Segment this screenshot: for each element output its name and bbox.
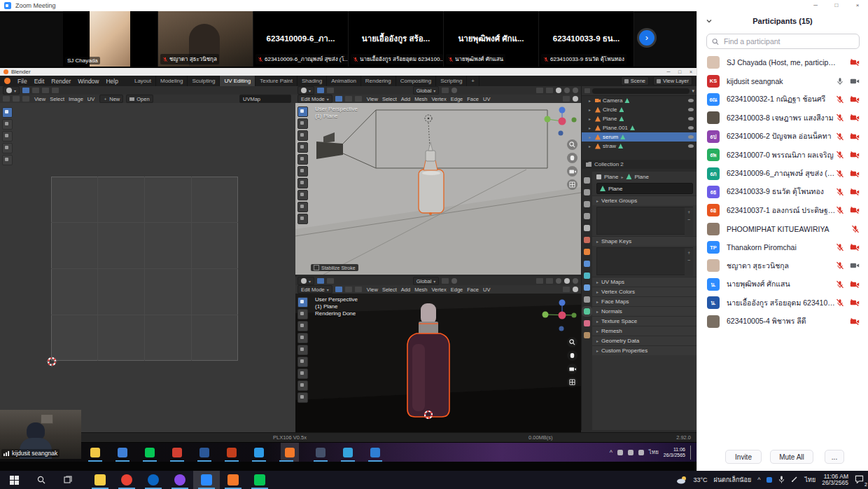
stabilize-stroke-option[interactable]: Stabilize Stroke bbox=[311, 264, 358, 271]
workspace-tab[interactable]: Scripting bbox=[436, 76, 467, 86]
tool-add-cube[interactable] bbox=[298, 202, 308, 212]
collapse-chevron-icon[interactable] bbox=[706, 18, 713, 25]
workspace-tab[interactable]: Shading bbox=[298, 76, 327, 86]
minimize-button[interactable]: ─ bbox=[805, 0, 826, 11]
snap-magnet-icon[interactable] bbox=[442, 88, 449, 93]
viewport-menu[interactable]: Vertex bbox=[429, 96, 448, 102]
uv-editor-canvas[interactable] bbox=[0, 103, 296, 432]
network-tray-icon[interactable] bbox=[638, 450, 644, 455]
properties-tab[interactable] bbox=[584, 237, 590, 243]
participant-row[interactable]: SJ Chayada (Host, me, participant ID: 14… bbox=[697, 53, 868, 71]
open-image-button[interactable]: Open bbox=[126, 95, 153, 103]
shading-solid-icon[interactable] bbox=[556, 278, 561, 284]
taskbar-app-blender[interactable] bbox=[220, 471, 246, 489]
viewport-menu[interactable]: UV bbox=[481, 96, 492, 102]
video-tile[interactable]: SJ Chayada bbox=[63, 11, 158, 67]
outliner-item[interactable]: ▸ Camera bbox=[582, 96, 697, 105]
tool-transform[interactable] bbox=[298, 357, 308, 367]
pen-tray-icon[interactable] bbox=[791, 476, 798, 484]
visibility-icon[interactable] bbox=[688, 135, 694, 139]
proportional-editing-icon[interactable] bbox=[451, 278, 457, 284]
start-button[interactable] bbox=[0, 471, 28, 489]
tool-option-icon[interactable] bbox=[52, 88, 59, 93]
mode-dropdown[interactable]: Edit Mode▾ bbox=[298, 95, 332, 103]
properties-tab[interactable] bbox=[584, 189, 590, 195]
viewport-menu[interactable]: Mesh bbox=[412, 287, 429, 293]
participant-row[interactable]: 6ณ 6234100032-1 กณิฏฐา ช้อนศรี bbox=[697, 90, 868, 109]
shading-material-icon[interactable] bbox=[564, 278, 570, 284]
taskbar-app-edge[interactable] bbox=[140, 471, 167, 489]
tool-move[interactable] bbox=[2, 131, 13, 142]
visibility-icon[interactable] bbox=[688, 126, 694, 130]
taskbar-app-file-explorer[interactable] bbox=[87, 471, 113, 489]
taskbar-app-photos[interactable] bbox=[167, 471, 193, 489]
weather-desc[interactable]: ฝนตกเล็กน้อย bbox=[714, 475, 752, 485]
show-desktop-button[interactable] bbox=[690, 446, 694, 460]
outliner-item[interactable]: ▸ straw bbox=[582, 142, 697, 151]
uv-select-edge-icon[interactable] bbox=[13, 96, 20, 102]
action-center-button[interactable]: 2 bbox=[855, 475, 864, 485]
grid-perspective-icon[interactable] bbox=[567, 377, 578, 387]
properties-tab[interactable] bbox=[584, 249, 590, 255]
search-input[interactable] bbox=[722, 36, 854, 46]
select-mode-edge-icon[interactable] bbox=[345, 287, 352, 292]
outliner-item[interactable]: ▸ serum bbox=[582, 132, 697, 142]
gizmo-toggle-icon[interactable] bbox=[536, 278, 543, 284]
participant-row[interactable]: ชญาดา สุธะวนิชกุล bbox=[697, 256, 868, 275]
participant-row[interactable]: TP Thanakorn Piromchai bbox=[697, 238, 868, 256]
grid-perspective-icon[interactable] bbox=[567, 179, 578, 190]
transform-orientation-dropdown[interactable]: Global▾ bbox=[413, 277, 440, 285]
properties-tab[interactable] bbox=[584, 308, 590, 315]
panel-header[interactable]: ▸Vertex Groups bbox=[592, 195, 697, 205]
tool-add-cube[interactable] bbox=[298, 392, 308, 403]
pan-hand-icon[interactable] bbox=[567, 153, 578, 163]
panel-header[interactable]: ▸Face Maps bbox=[592, 296, 697, 306]
zoom-icon[interactable] bbox=[567, 337, 578, 347]
mode-dropdown[interactable]: Edit Mode▾ bbox=[298, 285, 332, 294]
select-mode-vertex-icon[interactable] bbox=[335, 96, 342, 102]
workspace-tab[interactable]: Texture Paint bbox=[255, 76, 298, 86]
select-mode-vertex-icon[interactable] bbox=[335, 287, 342, 292]
menubar-item[interactable]: Render bbox=[48, 78, 74, 85]
tool-rotate[interactable] bbox=[298, 333, 308, 343]
panel-list-box[interactable]: ＋− bbox=[596, 207, 693, 235]
remove-item-button[interactable]: − bbox=[687, 258, 690, 263]
tool-scale[interactable] bbox=[2, 155, 13, 165]
viewport-menu[interactable]: Edge bbox=[449, 287, 465, 293]
tool-extrude[interactable] bbox=[298, 214, 308, 224]
tool-measure[interactable] bbox=[298, 190, 308, 200]
next-videos-button[interactable]: › bbox=[639, 30, 654, 46]
clock[interactable]: 11:06 AM 26/3/2565 bbox=[822, 474, 848, 487]
blender-minimize-button[interactable]: ─ bbox=[663, 69, 674, 74]
pan-hand-icon[interactable] bbox=[567, 350, 578, 361]
tool-rotate[interactable] bbox=[298, 142, 308, 153]
xray-toggle-icon[interactable] bbox=[563, 96, 570, 102]
hidden-icons-chevron[interactable]: ^ bbox=[757, 476, 760, 483]
panel-list-box[interactable]: ＋− bbox=[596, 247, 693, 275]
panel-header[interactable]: ▸Vertex Colors bbox=[592, 287, 697, 296]
tool-rotate[interactable] bbox=[2, 143, 13, 153]
select-mode-edge-icon[interactable] bbox=[345, 96, 352, 102]
workspace-tab[interactable]: UV Editing bbox=[220, 76, 255, 86]
tool-cursor[interactable] bbox=[2, 119, 13, 130]
proportional-editing-icon[interactable] bbox=[451, 88, 457, 93]
viewport-menu[interactable]: Face bbox=[465, 287, 481, 293]
weather-temp[interactable]: 33°C bbox=[694, 476, 708, 483]
viewport-menu[interactable]: Add bbox=[399, 287, 412, 293]
video-tile[interactable]: 623410033-9 ธน... 623410033-9 ธนวัต ตุ้โ… bbox=[539, 11, 634, 67]
outliner-search[interactable] bbox=[592, 88, 690, 94]
tool-annotate[interactable] bbox=[298, 369, 308, 379]
tool-cursor[interactable] bbox=[298, 309, 308, 319]
uv-menu[interactable]: Select bbox=[48, 96, 66, 102]
outliner-item[interactable]: ▸ Plane.001 bbox=[582, 123, 697, 132]
more-options-button[interactable]: ... bbox=[825, 450, 844, 464]
tool-option-icon[interactable] bbox=[327, 88, 334, 93]
panel-header[interactable]: ▸Shape Keys bbox=[592, 236, 697, 246]
uv-menu[interactable]: View bbox=[32, 96, 48, 102]
viewport-menu[interactable]: Select bbox=[380, 287, 399, 293]
tool-option-icon[interactable] bbox=[32, 88, 39, 93]
properties-tab[interactable] bbox=[584, 273, 590, 279]
mic-tray-icon[interactable] bbox=[778, 476, 785, 485]
close-button[interactable]: × bbox=[847, 0, 868, 11]
tool-transform[interactable] bbox=[298, 166, 308, 177]
